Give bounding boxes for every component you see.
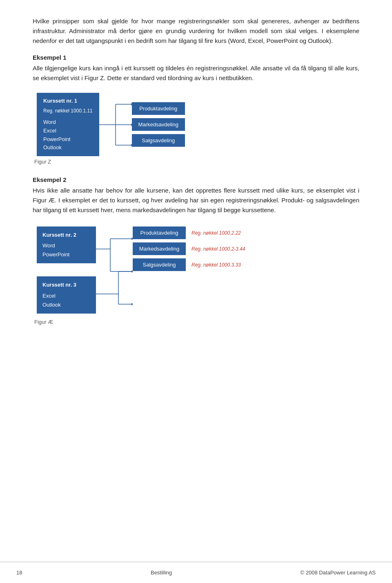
ae-row-salgs: Salgsavdeling Reg. nøkkel 1000.3.33 (133, 258, 245, 271)
footer-right: © 2008 DataPower Learning AS (301, 570, 376, 576)
dept-markedsavdeling-ae: Markedsavdeling (133, 242, 186, 255)
course-excel: Excel (43, 127, 93, 135)
kurssett1-title: Kurssett nr. 1 (43, 97, 93, 105)
figae-kurssett-col: Kurssett nr. 2 Word PowerPoint Kurssett … (37, 226, 96, 314)
figz-label: Figur Z (34, 159, 359, 165)
figure-z: Kurssett nr. 1 Reg. nøkkel 1000.1.11 Wor… (33, 93, 359, 165)
dept-produktavdeling-ae: Produktavdeling (133, 226, 186, 239)
k2-ppt: PowerPoint (42, 250, 90, 259)
reg-key-3: Reg. nøkkel 1000.3.33 (192, 262, 241, 268)
course-powerpoint: PowerPoint (43, 135, 93, 144)
svg-marker-7 (131, 144, 132, 146)
kurssett1-subtitle: Reg. nøkkel 1000.1.11 (43, 107, 93, 115)
ae-row-marked: Markedsavdeling Reg. nøkkel 1000.2-3.44 (133, 242, 245, 255)
eksempel2-heading: Eksempel 2 (33, 176, 359, 183)
intro-paragraph: Hvilke prinsipper som skal gjelde for hv… (33, 16, 359, 46)
k2-word: Word (42, 241, 90, 250)
kurssett1-courses: Word Excel PowerPoint Outlook (43, 118, 93, 152)
kurssett2-title: Kurssett nr. 2 (42, 231, 90, 240)
k3-outlook: Outlook (42, 300, 90, 309)
kurssett-box-3: Kurssett nr. 3 Excel Outlook (37, 276, 96, 313)
svg-marker-6 (131, 123, 132, 126)
dept-salgsavdeling-ae: Salgsavdeling (133, 258, 186, 271)
k3-excel: Excel (42, 292, 90, 300)
figae-label: Figur Æ (34, 319, 359, 325)
kurssett-box-2: Kurssett nr. 2 Word PowerPoint (37, 226, 96, 263)
reg-key-2: Reg. nøkkel 1000.2-3.44 (192, 246, 245, 252)
figz-departments: Produktavdeling Markedsavdeling Salgsavd… (132, 102, 185, 147)
course-word: Word (43, 118, 93, 127)
dept-salgsavdeling-z: Salgsavdeling (132, 134, 185, 147)
footer: 18 Bestilling © 2008 DataPower Learning … (0, 562, 392, 583)
svg-marker-18 (131, 303, 133, 305)
figure-ae: Kurssett nr. 2 Word PowerPoint Kurssett … (33, 226, 359, 325)
figae-arrows (96, 226, 133, 316)
course-outlook: Outlook (43, 144, 93, 152)
dept-markedsavdeling-z: Markedsavdeling (132, 118, 185, 131)
kurssett3-courses: Excel Outlook (42, 292, 90, 309)
eksempel2-paragraph: Hvis ikke alle ansatte har behov for all… (33, 186, 359, 215)
ae-row-produkt: Produktavdeling Reg. nøkkel 1000.2.22 (133, 226, 245, 239)
reg-key-1: Reg. nøkkel 1000.2.22 (192, 230, 241, 236)
kurssett3-title: Kurssett nr. 3 (42, 280, 90, 289)
kurssett2-courses: Word PowerPoint (42, 241, 90, 259)
kurssett-box-1: Kurssett nr. 1 Reg. nøkkel 1000.1.11 Wor… (37, 93, 99, 156)
footer-page-number: 18 (16, 570, 22, 576)
eksempel1-heading: Eksempel 1 (33, 54, 359, 61)
eksempel1-paragraph: Alle tilgjengelige kurs kan inngå i ett … (33, 63, 359, 83)
figae-dept-col: Produktavdeling Reg. nøkkel 1000.2.22 Ma… (133, 226, 245, 271)
dept-produktavdeling-z: Produktavdeling (132, 102, 185, 115)
figz-arrows (99, 96, 132, 153)
svg-marker-5 (131, 103, 132, 105)
footer-center: Bestilling (151, 570, 172, 576)
